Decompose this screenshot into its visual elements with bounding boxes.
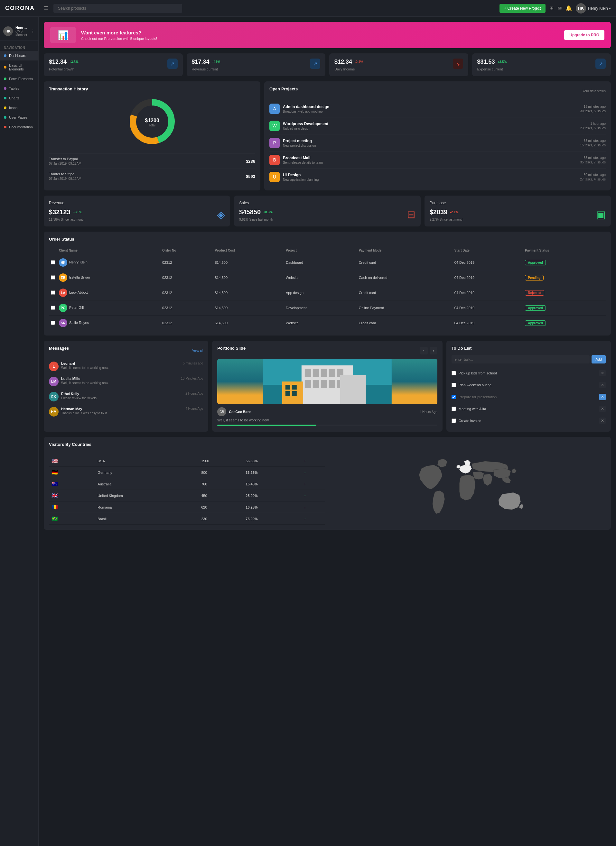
todo-checkbox[interactable] xyxy=(451,419,456,423)
stat-icon: ↗ xyxy=(310,59,320,69)
portfolio-card: Portfolio Slide ‹ › xyxy=(212,341,443,432)
row-checkbox[interactable] xyxy=(51,260,55,264)
transaction-label: Tranfer to Stripe xyxy=(49,172,81,176)
sidebar-item-dashboard[interactable]: Dashboard xyxy=(0,51,38,60)
todo-checkbox[interactable] xyxy=(451,407,456,411)
open-projects-card: Open Projects Your data status A Admin d… xyxy=(264,81,611,191)
sidebar-item-basic-ui[interactable]: Basic UI Elements xyxy=(0,60,38,74)
sidebar-options-icon[interactable]: ⋮ xyxy=(31,29,35,34)
user-pages-dot-icon xyxy=(4,116,6,119)
sidebar-item-documentation[interactable]: Documentation xyxy=(0,122,38,132)
project: Website xyxy=(284,270,357,285)
payment-mode: Credit card xyxy=(357,255,453,270)
project-time: 1 hour ago xyxy=(580,122,606,125)
view-all-link[interactable]: View all xyxy=(192,349,203,352)
upgrade-pro-button[interactable]: Upgrade to PRO xyxy=(564,30,604,40)
sidebar-item-tables[interactable]: Tables xyxy=(0,84,38,93)
todo-checkbox[interactable] xyxy=(451,371,456,375)
country-name: USA xyxy=(95,455,198,467)
country-name: Germany xyxy=(95,467,198,478)
msg-time: 4 Hours Ago xyxy=(185,407,203,410)
client-name: Sallie Reyes xyxy=(69,321,89,325)
todo-item: Meeting with Alita ✕ xyxy=(451,403,606,415)
sidebar-item-user-pages[interactable]: User Pages xyxy=(0,113,38,122)
trend-icon: ↑ xyxy=(304,459,306,463)
client-avatar: PG xyxy=(59,304,67,312)
sidebar-item-charts[interactable]: Charts xyxy=(0,93,38,103)
user-menu[interactable]: HK Henry Klein ▾ xyxy=(576,3,611,13)
mail-icon[interactable]: ✉ xyxy=(557,5,562,11)
msg-text: Well, it seems to be working now. xyxy=(61,366,180,370)
portfolio-next-button[interactable]: › xyxy=(430,347,437,354)
project-name: UI Design xyxy=(283,173,319,177)
todo-checkbox[interactable] xyxy=(451,383,456,387)
todo-text: Create invoice xyxy=(459,419,597,423)
order-no: 02312 xyxy=(160,316,213,331)
donut-label: $1200 Total xyxy=(145,118,159,127)
visitor-percent: 10.25% xyxy=(246,505,257,509)
portfolio-caption: CB CeeCee Bass 4 Hours Ago xyxy=(217,407,437,416)
payment-mode: Credit card xyxy=(357,316,453,331)
stat-icon: ↘ xyxy=(453,59,463,69)
row-checkbox[interactable] xyxy=(51,291,55,295)
portfolio-prev-button[interactable]: ‹ xyxy=(420,347,428,354)
table-row: LALucy Abbott 02312 $14,500 App design C… xyxy=(49,285,606,300)
sidebar-item-form-elements[interactable]: Form Elements xyxy=(0,74,38,84)
message-item: HM Herman May Thanks a lot. It was easy … xyxy=(49,404,203,419)
project: Dashboard xyxy=(284,255,357,270)
project-name: Admin dashboard design xyxy=(283,104,329,109)
table-row: PGPeter Gill 02312 $14,500 Development O… xyxy=(49,300,606,316)
sidebar-user: HK Henry Klein CMS Member ⋮ xyxy=(0,22,38,41)
sidebar-user-role: CMS Member xyxy=(15,29,28,37)
row-checkbox[interactable] xyxy=(51,306,55,310)
status-badge: Approved xyxy=(525,320,546,326)
row-checkbox[interactable] xyxy=(51,275,55,279)
visitor-count: 450 xyxy=(198,490,243,501)
project-name: Broadcast Mail xyxy=(283,156,323,160)
todo-delete-button[interactable]: ✕ xyxy=(599,417,606,424)
msg-time: 10 Minutes Ago xyxy=(181,377,203,380)
todo-input-row: Add xyxy=(451,355,606,363)
open-projects-title: Open Projects xyxy=(269,87,298,91)
country-flag: 🇧🇷 xyxy=(51,516,58,521)
transaction-amount: $593 xyxy=(246,174,255,179)
todo-delete-button[interactable]: ✕ xyxy=(599,370,606,376)
todo-delete-button[interactable]: ✕ xyxy=(599,394,606,400)
promo-illustration: 📊 xyxy=(50,27,76,43)
project-time: 35 minutes ago xyxy=(580,139,606,142)
todo-text: Pick up kids from school xyxy=(459,371,597,375)
donut-value: $1200 xyxy=(145,118,159,123)
col-country xyxy=(95,451,198,455)
row-checkbox[interactable] xyxy=(51,321,55,325)
svg-rect-7 xyxy=(313,369,319,377)
create-new-project-button[interactable]: + Create New Project xyxy=(500,4,545,13)
stat-label: Revenue current xyxy=(192,67,221,71)
svg-rect-8 xyxy=(321,369,327,377)
bell-icon[interactable]: 🔔 xyxy=(566,5,572,11)
visitors-title: Visitors By Countries xyxy=(49,442,606,447)
search-input[interactable] xyxy=(53,4,182,13)
logo: CORONA xyxy=(5,5,44,12)
transaction-date: 07 Jan 2019, 09:12AM xyxy=(49,162,81,165)
order-no: 02312 xyxy=(160,270,213,285)
msg-avatar: LM xyxy=(49,377,59,386)
col-payment-mode: Payment Mode xyxy=(357,246,453,255)
order-status-card: Order Status Client Name Order No Produc… xyxy=(44,232,611,335)
msg-content: Leonard Well, it seems to be working now… xyxy=(61,361,180,370)
country-flag: 🇺🇸 xyxy=(51,458,58,464)
todo-delete-button[interactable]: ✕ xyxy=(599,382,606,388)
table-row: HKHenry Klein 02312 $14,500 Dashboard Cr… xyxy=(49,255,606,270)
sidebar-item-icons[interactable]: Icons xyxy=(0,103,38,113)
visitor-row: 🇺🇸 USA 1500 56.35% ↑ xyxy=(49,455,325,467)
metric-badge: +3.5% xyxy=(73,210,82,214)
hamburger-icon[interactable]: ☰ xyxy=(44,5,48,11)
todo-delete-button[interactable]: ✕ xyxy=(599,405,606,412)
client-avatar: EB xyxy=(59,273,67,282)
metric-value-text: $2039 xyxy=(430,209,448,216)
country-name: United Kingdom xyxy=(95,490,198,501)
todo-add-button[interactable]: Add xyxy=(591,355,606,363)
grid-icon[interactable]: ⊞ xyxy=(549,5,554,11)
country-name: Romania xyxy=(95,501,198,513)
todo-input[interactable] xyxy=(451,355,590,363)
todo-checkbox[interactable] xyxy=(451,395,456,399)
